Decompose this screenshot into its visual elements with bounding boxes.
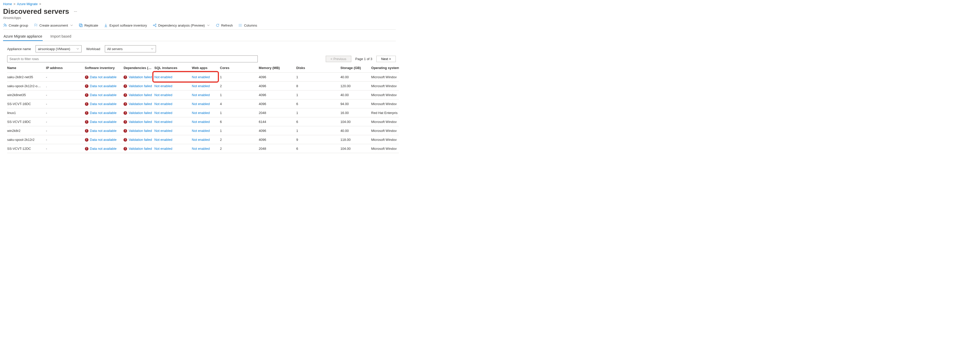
breadcrumb-azure-migrate[interactable]: Azure Migrate — [17, 2, 38, 6]
cell-web[interactable]: Not enabled — [192, 135, 220, 144]
cell-deps[interactable]: !Validation failed — [124, 126, 154, 135]
table-row[interactable]: saku-2k8r2-net35-!Data not available!Val… — [7, 73, 399, 81]
replicate-button[interactable]: Replicate — [79, 23, 98, 27]
cell-ip: - — [46, 117, 85, 126]
cell-deps[interactable]: !Validation failed — [124, 73, 154, 81]
cell-web[interactable]: Not enabled — [192, 144, 220, 153]
cell-software[interactable]: !Data not available — [85, 108, 124, 117]
col-cores[interactable]: Cores — [220, 63, 259, 73]
table-row[interactable]: SS-VCVT-16DC-!Data not available!Validat… — [7, 99, 399, 108]
error-icon: ! — [124, 93, 127, 97]
cell-web[interactable]: Not enabled — [192, 126, 220, 135]
next-page-button[interactable]: Next > — [376, 56, 396, 62]
prev-page-button[interactable]: < Previous — [326, 56, 351, 62]
col-software[interactable]: Software inventory — [85, 63, 124, 73]
col-sql[interactable]: SQL instances — [154, 63, 192, 73]
svg-point-1 — [5, 25, 6, 26]
appliance-name-select[interactable]: airsonicapp (VMware) — [35, 45, 81, 52]
search-input[interactable] — [7, 56, 258, 62]
cell-deps[interactable]: !Validation failed — [124, 135, 154, 144]
create-group-button[interactable]: Create group — [3, 23, 28, 27]
cell-cores: 2 — [220, 135, 259, 144]
workload-select[interactable]: All servers — [105, 45, 156, 52]
breadcrumb-home[interactable]: Home — [3, 2, 12, 6]
more-actions-button[interactable]: ··· — [72, 8, 78, 15]
cell-disks: 8 — [296, 81, 340, 90]
cell-sql[interactable]: Not enabled — [154, 126, 192, 135]
cell-software[interactable]: !Data not available — [85, 73, 124, 81]
cell-memory: 2048 — [259, 108, 296, 117]
cell-software[interactable]: !Data not available — [85, 90, 124, 99]
cell-storage: 40.00 — [340, 73, 371, 81]
tab-import-based[interactable]: Import based — [50, 33, 72, 41]
cell-name: saku-spool-2k12r2-o… — [7, 81, 46, 90]
cell-deps[interactable]: !Validation failed — [124, 144, 154, 153]
columns-button[interactable]: Columns — [238, 23, 257, 27]
cell-deps[interactable]: !Validation failed — [124, 90, 154, 99]
cell-web[interactable]: Not enabled — [192, 117, 220, 126]
table-row[interactable]: win2k8net35-!Data not available!Validati… — [7, 90, 399, 99]
cell-name: win2k8net35 — [7, 90, 46, 99]
cell-web[interactable]: Not enabled — [192, 99, 220, 108]
cell-name: saku-2k8r2-net35 — [7, 73, 46, 81]
cell-software[interactable]: !Data not available — [85, 99, 124, 108]
cell-deps[interactable]: !Validation failed — [124, 81, 154, 90]
cell-sql[interactable]: Not enabled — [154, 81, 192, 90]
create-assessment-button[interactable]: Create assessment — [34, 23, 73, 27]
cell-software[interactable]: !Data not available — [85, 144, 124, 153]
cell-ip: - — [46, 108, 85, 117]
cell-web[interactable]: Not enabled — [192, 90, 220, 99]
tab-appliance[interactable]: Azure Migrate appliance — [3, 33, 43, 41]
cell-deps[interactable]: !Validation failed — [124, 108, 154, 117]
col-disks[interactable]: Disks — [296, 63, 340, 73]
cell-web[interactable]: Not enabled — [192, 108, 220, 117]
cell-software[interactable]: !Data not available — [85, 135, 124, 144]
cell-storage: 104.00 — [340, 117, 371, 126]
cell-deps[interactable]: !Validation failed — [124, 99, 154, 108]
chevron-right-icon: > — [14, 2, 16, 6]
cell-deps[interactable]: !Validation failed — [124, 117, 154, 126]
svg-rect-3 — [80, 25, 82, 27]
col-memory[interactable]: Memory (MB) — [259, 63, 296, 73]
cell-cores: 1 — [220, 73, 259, 81]
create-assessment-label: Create assessment — [39, 24, 68, 27]
table-row[interactable]: SS-VCVT-12DC-!Data not available!Validat… — [7, 144, 399, 153]
cell-sql[interactable]: Not enabled — [154, 135, 192, 144]
export-inventory-button[interactable]: Export software inventory — [104, 23, 147, 27]
cell-sql[interactable]: Not enabled — [154, 90, 192, 99]
table-row[interactable]: saku-spool-2k12r2-!Data not available!Va… — [7, 135, 399, 144]
cell-software[interactable]: !Data not available — [85, 126, 124, 135]
cell-software[interactable]: !Data not available — [85, 117, 124, 126]
cell-sql[interactable]: Not enabled — [154, 73, 192, 81]
cell-web[interactable]: Not enabled — [192, 81, 220, 90]
cell-web[interactable]: Not enabled — [192, 73, 220, 81]
cell-sql[interactable]: Not enabled — [154, 99, 192, 108]
col-ip[interactable]: IP address — [46, 63, 85, 73]
dependency-analysis-button[interactable]: Dependency analysis (Preview) — [153, 23, 210, 27]
col-storage[interactable]: Storage (GB) — [340, 63, 371, 73]
cell-memory: 4096 — [259, 73, 296, 81]
col-deps[interactable]: Dependencies (Age… — [124, 63, 154, 73]
cell-software[interactable]: !Data not available — [85, 81, 124, 90]
svg-rect-2 — [79, 24, 81, 26]
table-row[interactable]: saku-spool-2k12r2-o….!Data not available… — [7, 81, 399, 90]
cell-memory: 4096 — [259, 135, 296, 144]
col-name[interactable]: Name — [7, 63, 46, 73]
cell-sql[interactable]: Not enabled — [154, 108, 192, 117]
table-row[interactable]: win2k8r2-!Data not available!Validation … — [7, 126, 399, 135]
cell-sql[interactable]: Not enabled — [154, 144, 192, 153]
refresh-button[interactable]: Refresh — [216, 23, 233, 27]
cell-sql[interactable]: Not enabled — [154, 117, 192, 126]
table-row[interactable]: SS-VCVT-19DC-!Data not available!Validat… — [7, 117, 399, 126]
cell-os: Microsoft Windov — [371, 144, 399, 153]
table-row[interactable]: linux1-!Data not available!Validation fa… — [7, 108, 399, 117]
col-web[interactable]: Web apps — [192, 63, 220, 73]
replicate-label: Replicate — [84, 24, 98, 27]
cell-ip: - — [46, 135, 85, 144]
page-title: Discovered servers — [3, 7, 69, 16]
cell-disks: 6 — [296, 144, 340, 153]
page-subtitle: AirsonicApps — [3, 16, 396, 20]
refresh-icon — [216, 23, 220, 27]
col-os[interactable]: Operating system — [371, 63, 399, 73]
error-icon: ! — [85, 102, 89, 106]
